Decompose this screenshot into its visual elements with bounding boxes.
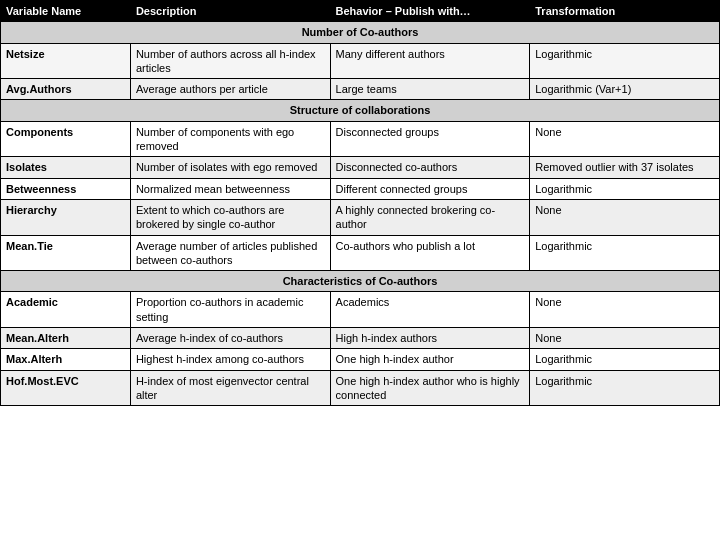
cell-variable: Mean.Alterh	[1, 328, 131, 349]
cell-behavior: A highly connected brokering co-author	[330, 199, 530, 235]
cell-description: Average number of articles published bet…	[130, 235, 330, 271]
cell-transformation: Logarithmic	[530, 235, 720, 271]
cell-variable: Isolates	[1, 157, 131, 178]
cell-transformation: Logarithmic	[530, 349, 720, 370]
header-transformation: Transformation	[530, 1, 720, 22]
cell-transformation: Logarithmic	[530, 178, 720, 199]
table-row: IsolatesNumber of isolates with ego remo…	[1, 157, 720, 178]
cell-variable: Betweenness	[1, 178, 131, 199]
section-title: Number of Co-authors	[1, 22, 720, 43]
cell-variable: Components	[1, 121, 131, 157]
cell-transformation: None	[530, 199, 720, 235]
cell-variable: Avg.Authors	[1, 79, 131, 100]
cell-transformation: None	[530, 121, 720, 157]
table-row: Hof.Most.EVCH-index of most eigenvector …	[1, 370, 720, 406]
cell-behavior: One high h-index author who is highly co…	[330, 370, 530, 406]
cell-variable: Netsize	[1, 43, 131, 79]
cell-description: Normalized mean betweenness	[130, 178, 330, 199]
cell-behavior: Large teams	[330, 79, 530, 100]
table-row: ComponentsNumber of components with ego …	[1, 121, 720, 157]
cell-transformation: None	[530, 328, 720, 349]
table-row: Mean.AlterhAverage h-index of co-authors…	[1, 328, 720, 349]
cell-description: Number of authors across all h-index art…	[130, 43, 330, 79]
header-behavior: Behavior – Publish with…	[330, 1, 530, 22]
header-variable: Variable Name	[1, 1, 131, 22]
cell-description: H-index of most eigenvector central alte…	[130, 370, 330, 406]
cell-variable: Academic	[1, 292, 131, 328]
cell-transformation: Removed outlier with 37 isolates	[530, 157, 720, 178]
section-header-row: Structure of collaborations	[1, 100, 720, 121]
cell-transformation: Logarithmic	[530, 43, 720, 79]
cell-description: Average h-index of co-authors	[130, 328, 330, 349]
cell-transformation: Logarithmic	[530, 370, 720, 406]
cell-behavior: One high h-index author	[330, 349, 530, 370]
cell-variable: Mean.Tie	[1, 235, 131, 271]
table-row: HierarchyExtent to which co-authors are …	[1, 199, 720, 235]
cell-variable: Max.Alterh	[1, 349, 131, 370]
cell-description: Proportion co-authors in academic settin…	[130, 292, 330, 328]
table-row: AcademicProportion co-authors in academi…	[1, 292, 720, 328]
table-row: Mean.TieAverage number of articles publi…	[1, 235, 720, 271]
cell-behavior: Co-authors who publish a lot	[330, 235, 530, 271]
header-description: Description	[130, 1, 330, 22]
cell-description: Number of isolates with ego removed	[130, 157, 330, 178]
cell-behavior: Different connected groups	[330, 178, 530, 199]
table-row: Max.AlterhHighest h-index among co-autho…	[1, 349, 720, 370]
section-title: Structure of collaborations	[1, 100, 720, 121]
cell-description: Number of components with ego removed	[130, 121, 330, 157]
cell-description: Highest h-index among co-authors	[130, 349, 330, 370]
cell-transformation: None	[530, 292, 720, 328]
cell-variable: Hierarchy	[1, 199, 131, 235]
table-row: Avg.AuthorsAverage authors per articleLa…	[1, 79, 720, 100]
cell-behavior: Disconnected co-authors	[330, 157, 530, 178]
section-header-row: Number of Co-authors	[1, 22, 720, 43]
cell-behavior: Academics	[330, 292, 530, 328]
cell-variable: Hof.Most.EVC	[1, 370, 131, 406]
cell-behavior: Disconnected groups	[330, 121, 530, 157]
cell-behavior: Many different authors	[330, 43, 530, 79]
cell-behavior: High h-index authors	[330, 328, 530, 349]
cell-description: Extent to which co-authors are brokered …	[130, 199, 330, 235]
table-row: NetsizeNumber of authors across all h-in…	[1, 43, 720, 79]
cell-description: Average authors per article	[130, 79, 330, 100]
table-row: BetweennessNormalized mean betweennessDi…	[1, 178, 720, 199]
section-title: Characteristics of Co-authors	[1, 271, 720, 292]
cell-transformation: Logarithmic (Var+1)	[530, 79, 720, 100]
section-header-row: Characteristics of Co-authors	[1, 271, 720, 292]
